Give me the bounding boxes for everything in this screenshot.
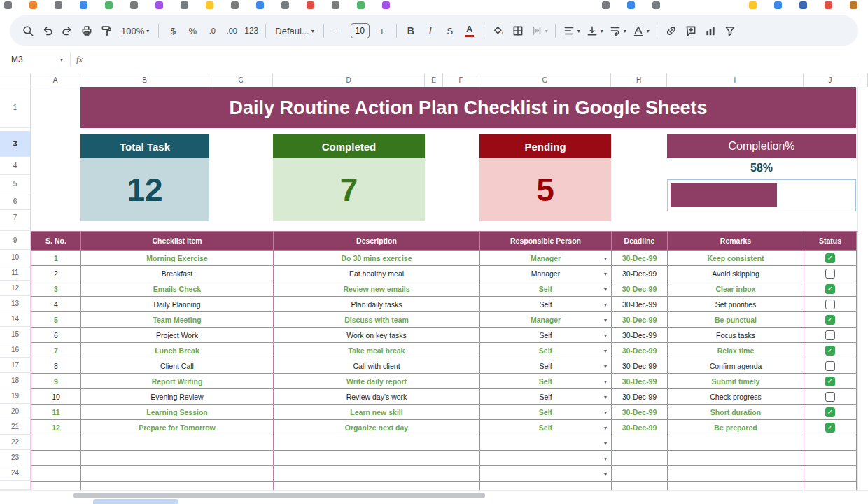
bookmark-favicon[interactable]: [181, 1, 188, 9]
completion-progress-bar[interactable]: [667, 179, 856, 211]
bookmark-favicon[interactable]: [206, 1, 214, 9]
zoom-control[interactable]: 100% ▾: [117, 21, 153, 41]
fill-color-button[interactable]: [489, 21, 507, 41]
borders-button[interactable]: [509, 21, 527, 41]
status-checkbox[interactable]: [825, 330, 835, 340]
row-header-13[interactable]: 13: [0, 296, 31, 312]
dropdown-caret-icon[interactable]: ▾: [604, 393, 607, 400]
scrollbar-thumb[interactable]: [74, 493, 485, 498]
bookmark-favicon[interactable]: [850, 1, 858, 9]
bookmark-favicon[interactable]: [332, 1, 340, 9]
number-format-button[interactable]: 123: [242, 21, 260, 41]
dropdown-caret-icon[interactable]: ▾: [604, 378, 607, 384]
dropdown-caret-icon[interactable]: ▾: [604, 440, 607, 446]
item-cell[interactable]: Evening Review: [81, 389, 274, 405]
person-cell[interactable]: Self▾: [480, 374, 612, 389]
bookmark-favicon[interactable]: [4, 1, 12, 9]
horizontal-scrollbar[interactable]: [0, 490, 868, 500]
item-cell[interactable]: [81, 466, 274, 482]
status-checkbox[interactable]: ✓: [825, 315, 835, 325]
header-deadline[interactable]: Deadline: [612, 232, 668, 251]
status-cell[interactable]: [804, 451, 857, 466]
status-checkbox[interactable]: [825, 361, 835, 371]
desc-cell[interactable]: Do 30 mins exercise: [274, 251, 480, 266]
column-header-A[interactable]: A: [31, 74, 80, 88]
sno-cell[interactable]: 11: [31, 405, 81, 420]
bookmark-favicon[interactable]: [652, 1, 660, 9]
deadline-cell[interactable]: 30-Dec-99: [612, 420, 668, 435]
bookmark-favicon[interactable]: [29, 1, 37, 9]
spreadsheet-grid[interactable]: Daily Routine Action Plan Checklist in G…: [31, 88, 868, 490]
deadline-cell[interactable]: 30-Dec-99: [612, 374, 668, 389]
bookmark-favicon[interactable]: [799, 1, 807, 9]
person-cell[interactable]: Manager▾: [480, 251, 612, 266]
deadline-cell[interactable]: 30-Dec-99: [612, 251, 668, 266]
horizontal-align-button[interactable]: ▾: [561, 21, 582, 41]
bookmark-favicon[interactable]: [231, 1, 239, 9]
row-header-18[interactable]: 18: [0, 373, 31, 388]
remarks-cell[interactable]: [668, 435, 804, 451]
person-cell[interactable]: Self▾: [480, 328, 612, 343]
status-checkbox[interactable]: ✓: [825, 346, 835, 356]
row-header-19[interactable]: 19: [0, 388, 31, 404]
decrease-font-size-button[interactable]: −: [329, 21, 347, 41]
status-cell[interactable]: [804, 297, 857, 312]
person-cell[interactable]: Self▾: [480, 281, 612, 297]
person-cell[interactable]: Self▾: [480, 297, 612, 312]
sno-cell[interactable]: 6: [31, 328, 81, 343]
sheet-title-banner[interactable]: Daily Routine Action Plan Checklist in G…: [80, 88, 856, 128]
bookmark-favicon[interactable]: [80, 1, 88, 9]
status-checkbox[interactable]: [825, 300, 835, 309]
dropdown-caret-icon[interactable]: ▾: [604, 363, 607, 369]
deadline-cell[interactable]: 30-Dec-99: [612, 312, 668, 328]
person-cell[interactable]: Manager▾: [480, 312, 612, 328]
status-cell[interactable]: [804, 389, 857, 405]
strikethrough-button[interactable]: S: [441, 21, 459, 41]
column-header-partial[interactable]: [858, 74, 868, 88]
sno-cell[interactable]: [31, 482, 81, 490]
item-cell[interactable]: [81, 451, 274, 466]
percent-format-button[interactable]: %: [183, 21, 202, 41]
status-cell[interactable]: [804, 435, 857, 451]
sno-cell[interactable]: 7: [31, 343, 81, 358]
row-header[interactable]: [0, 481, 31, 490]
status-cell[interactable]: [804, 358, 857, 374]
deadline-cell[interactable]: 30-Dec-99: [612, 358, 668, 374]
dropdown-caret-icon[interactable]: ▾: [604, 470, 607, 477]
item-cell[interactable]: Lunch Break: [81, 343, 274, 358]
header-sno[interactable]: S. No.: [31, 232, 81, 251]
row-header-20[interactable]: 20: [0, 404, 31, 419]
column-header-B[interactable]: B: [80, 74, 209, 88]
bookmark-favicon[interactable]: [55, 1, 62, 9]
desc-cell[interactable]: Work on key tasks: [274, 328, 480, 343]
pending-card-header[interactable]: Pending: [479, 134, 611, 158]
bookmark-favicon[interactable]: [602, 1, 610, 9]
dropdown-caret-icon[interactable]: ▾: [604, 347, 607, 354]
remarks-cell[interactable]: Confirm agenda: [668, 358, 804, 374]
deadline-cell[interactable]: 30-Dec-99: [612, 281, 668, 297]
desc-cell[interactable]: [274, 451, 480, 466]
bookmark-favicon[interactable]: [627, 1, 635, 9]
row-header-23[interactable]: 23: [0, 450, 31, 465]
column-header-H[interactable]: H: [611, 74, 667, 88]
row-header-7[interactable]: 7: [0, 210, 31, 225]
font-name-control[interactable]: Defaul... ▾: [271, 21, 318, 41]
person-cell[interactable]: ▾: [480, 466, 612, 482]
remarks-cell[interactable]: [668, 482, 804, 490]
row-header-12[interactable]: 12: [0, 281, 31, 296]
bold-button[interactable]: B: [402, 21, 420, 41]
completion-card-header[interactable]: Completion%: [667, 134, 856, 158]
row-header[interactable]: [0, 225, 31, 231]
paint-format-button[interactable]: [97, 21, 115, 41]
item-cell[interactable]: Project Work: [81, 328, 274, 343]
completed-card-header[interactable]: Completed: [273, 134, 425, 158]
text-wrap-button[interactable]: ▾: [607, 21, 629, 41]
item-cell[interactable]: Daily Planning: [81, 297, 274, 312]
item-cell[interactable]: [81, 482, 274, 490]
status-checkbox[interactable]: ✓: [825, 253, 835, 263]
bookmark-favicon[interactable]: [256, 1, 264, 9]
row-header-10[interactable]: 10: [0, 250, 31, 265]
sno-cell[interactable]: 8: [31, 358, 81, 374]
column-header-E[interactable]: E: [425, 74, 443, 88]
sno-cell[interactable]: 9: [31, 374, 81, 389]
